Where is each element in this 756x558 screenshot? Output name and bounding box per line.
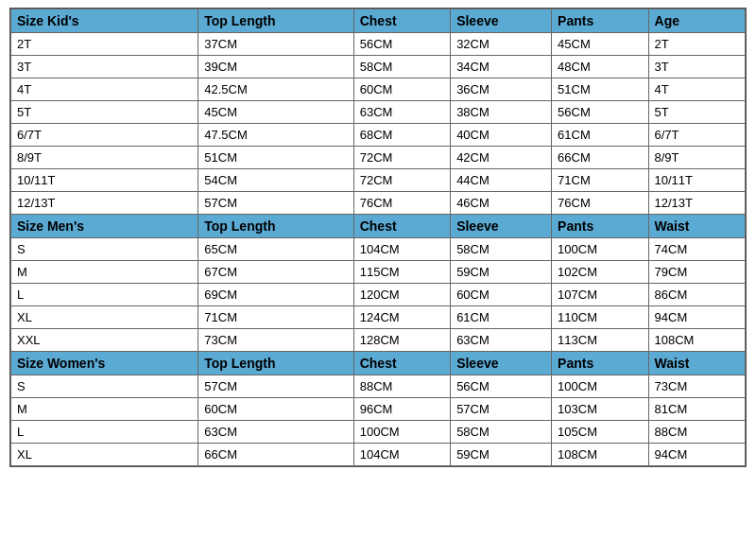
table-cell: 10/11T [11, 169, 198, 192]
table-cell: 60CM [353, 78, 450, 101]
table-cell: 66CM [198, 444, 353, 466]
section-name-cell: Size Women's [11, 352, 198, 375]
table-cell: 69CM [198, 284, 353, 306]
table-cell: 76CM [552, 192, 648, 215]
col-header-cell: Chest [353, 352, 450, 375]
col-header-row: Size Kid'sTop LengthChestSleevePantsAge [11, 9, 746, 33]
col-header-cell: Waist [648, 215, 745, 238]
col-header-cell: Top Length [198, 9, 353, 33]
table-cell: XXL [11, 329, 198, 352]
col-header-cell: Chest [353, 215, 450, 238]
col-header-cell: Sleeve [451, 352, 552, 375]
table-row: S65CM104CM58CM100CM74CM [11, 238, 746, 261]
table-cell: 61CM [552, 124, 648, 147]
table-cell: 3T [11, 56, 198, 78]
table-cell: 120CM [353, 284, 450, 306]
table-cell: 34CM [451, 56, 552, 78]
table-cell: XL [11, 444, 198, 466]
table-cell: 36CM [451, 78, 552, 101]
table-cell: 45CM [198, 101, 353, 124]
table-cell: 57CM [198, 375, 353, 398]
size-table: Size Kid'sTop LengthChestSleevePantsAge2… [10, 9, 746, 466]
table-cell: 68CM [353, 124, 450, 147]
table-cell: 38CM [451, 101, 552, 124]
table-row: L63CM100CM58CM105CM88CM [11, 421, 746, 444]
table-cell: 110CM [552, 306, 648, 329]
table-cell: 61CM [451, 306, 552, 329]
col-header-cell: Sleeve [451, 215, 552, 238]
table-cell: 12/13T [11, 192, 198, 215]
table-row: 12/13T57CM76CM46CM76CM12/13T [11, 192, 746, 215]
col-header-row: Size Men'sTop LengthChestSleevePantsWais… [11, 215, 746, 238]
table-cell: 56CM [353, 33, 450, 56]
table-cell: 8/9T [11, 147, 198, 169]
col-header-cell: Top Length [198, 215, 353, 238]
table-cell: 65CM [198, 238, 353, 261]
table-cell: 100CM [552, 375, 648, 398]
table-cell: 5T [648, 101, 745, 124]
table-cell: 102CM [552, 261, 648, 284]
table-cell: 48CM [552, 56, 648, 78]
table-row: L69CM120CM60CM107CM86CM [11, 284, 746, 306]
table-cell: 58CM [353, 56, 450, 78]
table-cell: 71CM [198, 306, 353, 329]
table-row: 5T45CM63CM38CM56CM5T [11, 101, 746, 124]
table-cell: 104CM [353, 238, 450, 261]
table-cell: 37CM [198, 33, 353, 56]
table-cell: 108CM [552, 444, 648, 466]
table-cell: 100CM [353, 421, 450, 444]
table-cell: 32CM [451, 33, 552, 56]
table-cell: 103CM [552, 398, 648, 421]
col-header-cell: Top Length [198, 352, 353, 375]
table-cell: 10/11T [648, 169, 745, 192]
table-cell: 6/7T [11, 124, 198, 147]
table-cell: L [11, 284, 198, 306]
col-header-cell: Pants [552, 215, 648, 238]
table-cell: 54CM [198, 169, 353, 192]
table-cell: 57CM [198, 192, 353, 215]
col-header-row: Size Women'sTop LengthChestSleevePantsWa… [11, 352, 746, 375]
table-cell: 59CM [451, 444, 552, 466]
table-row: M67CM115CM59CM102CM79CM [11, 261, 746, 284]
table-cell: 44CM [451, 169, 552, 192]
section-name-cell: Size Kid's [11, 9, 198, 33]
table-cell: 51CM [552, 78, 648, 101]
table-cell: 63CM [451, 329, 552, 352]
col-header-cell: Pants [552, 9, 648, 33]
table-cell: 57CM [451, 398, 552, 421]
table-cell: 51CM [198, 147, 353, 169]
table-cell: 39CM [198, 56, 353, 78]
table-cell: 4T [11, 78, 198, 101]
table-cell: 72CM [353, 147, 450, 169]
table-cell: 73CM [648, 375, 745, 398]
table-cell: 56CM [451, 375, 552, 398]
size-chart-wrapper: Size Kid'sTop LengthChestSleevePantsAge2… [9, 8, 747, 467]
table-cell: 2T [11, 33, 198, 56]
table-cell: 56CM [552, 101, 648, 124]
table-row: S57CM88CM56CM100CM73CM [11, 375, 746, 398]
table-cell: 47.5CM [198, 124, 353, 147]
table-cell: 5T [11, 101, 198, 124]
table-cell: 107CM [552, 284, 648, 306]
table-cell: 58CM [451, 421, 552, 444]
col-header-cell: Sleeve [451, 9, 552, 33]
table-cell: 60CM [451, 284, 552, 306]
table-cell: S [11, 375, 198, 398]
table-cell: 6/7T [648, 124, 745, 147]
table-row: M60CM96CM57CM103CM81CM [11, 398, 746, 421]
table-cell: 113CM [552, 329, 648, 352]
table-cell: 72CM [353, 169, 450, 192]
col-header-cell: Pants [552, 352, 648, 375]
table-cell: M [11, 261, 198, 284]
col-header-cell: Age [648, 9, 745, 33]
table-row: 6/7T47.5CM68CM40CM61CM6/7T [11, 124, 746, 147]
table-cell: 104CM [353, 444, 450, 466]
table-cell: L [11, 421, 198, 444]
table-cell: 74CM [648, 238, 745, 261]
table-cell: 94CM [648, 444, 745, 466]
table-cell: 42.5CM [198, 78, 353, 101]
table-cell: 124CM [353, 306, 450, 329]
table-cell: 40CM [451, 124, 552, 147]
table-cell: 73CM [198, 329, 353, 352]
table-cell: 8/9T [648, 147, 745, 169]
